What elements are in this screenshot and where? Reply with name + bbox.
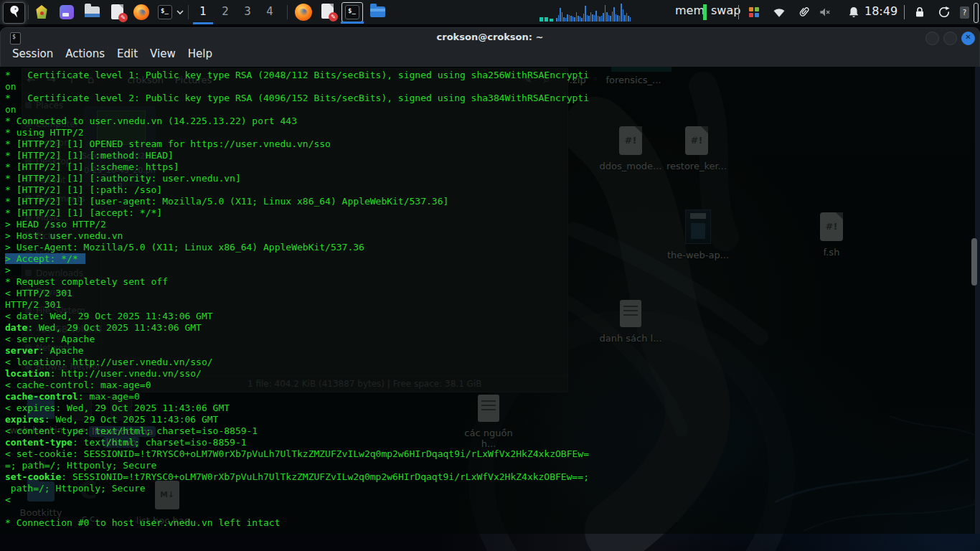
terminal-line: content-type: text/html; charset=iso-885… — [5, 437, 589, 448]
menu-item-help[interactable]: Help — [188, 47, 212, 60]
graph-bar — [621, 4, 622, 22]
graph-bar — [573, 17, 574, 22]
graph-bar — [576, 12, 578, 22]
terminal-line: HTTP/2 301 — [5, 299, 589, 311]
terminal-line: * Connected to user.vnedu.vn (14.225.13.… — [5, 116, 589, 127]
graph-bar — [581, 18, 583, 22]
panel-separator — [287, 5, 288, 19]
graph-bar — [580, 17, 581, 22]
terminal-line: * [HTTP/2] [1] [:method: HEAD] — [5, 150, 589, 161]
app-window-launcher-icon[interactable] — [58, 4, 75, 21]
minimize-button[interactable] — [925, 32, 939, 45]
task-button-terminal[interactable] — [341, 2, 363, 22]
show-desktop-strip[interactable] — [974, 3, 979, 23]
graph-bar — [594, 15, 595, 22]
monitor-cell — [540, 17, 543, 22]
graph-bar — [569, 15, 570, 22]
menu-item-session[interactable]: Session — [12, 47, 53, 60]
terminal-scrollbar-thumb[interactable] — [971, 238, 977, 286]
menu-item-view[interactable]: View — [150, 47, 176, 60]
graph-bar — [605, 5, 606, 22]
workspace-button-4[interactable]: 4 — [258, 0, 281, 24]
graph-bar — [590, 12, 592, 22]
close-button[interactable] — [961, 32, 975, 45]
task-button-file-manager[interactable] — [367, 2, 389, 22]
terminal-line: > Host: user.vnedu.vn — [5, 230, 589, 242]
volume-muted-icon[interactable] — [818, 5, 832, 19]
terminal-content[interactable]: * Certificate level 1: Public key type R… — [0, 67, 980, 534]
swap-label[interactable]: swap — [711, 4, 740, 17]
terminal-line: expires: Wed, 29 Oct 2025 11:43:06 GMT — [5, 414, 589, 425]
task-button-text-editor[interactable] — [318, 2, 339, 22]
menu-item-actions[interactable]: Actions — [65, 47, 105, 60]
graph-bar — [599, 17, 600, 22]
wifi-icon[interactable] — [772, 5, 786, 19]
task-button-firefox[interactable] — [293, 2, 314, 22]
workspace-button-2[interactable]: 2 — [214, 0, 237, 24]
terminal-line: * Request completely sent off — [5, 276, 589, 288]
clock[interactable]: 18:49 — [864, 4, 897, 18]
lock-icon[interactable] — [913, 5, 927, 19]
terminal-line: > Accept: */* — [5, 253, 589, 265]
app-grid-tray-icon[interactable] — [747, 5, 761, 19]
graph-bar — [612, 11, 613, 22]
terminal-line: > — [5, 265, 589, 276]
terminal-line: < content-type: text/html; charset=iso-8… — [5, 425, 589, 437]
terminal-line: cache-control: max-age=0 — [5, 391, 589, 402]
graph-bar — [613, 7, 615, 22]
desktop: 76.zipforensics_...ddos_mode...restore_k… — [0, 0, 980, 551]
graph-bar — [626, 13, 628, 22]
terminal-line: * Connection #0 to host user.vnedu.vn le… — [5, 517, 589, 529]
terminal-line: on — [5, 81, 589, 93]
terminal-launcher-icon[interactable] — [156, 4, 174, 21]
workspace-button-1[interactable]: 1 — [192, 0, 215, 24]
system-monitor-graph[interactable] — [556, 4, 631, 22]
text-editor-launcher-icon[interactable] — [109, 4, 126, 21]
terminal-titlebar[interactable]: crokson@crokson: ~ — [1, 28, 979, 47]
graph-bar — [558, 15, 560, 22]
workspace-button-3[interactable]: 3 — [236, 0, 259, 24]
graph-bar — [603, 13, 604, 22]
terminal-window-chrome: crokson@crokson: ~ SessionActionsEditVie… — [0, 27, 980, 67]
terminal-line: * [HTTP/2] [1] [accept: */*] — [5, 207, 589, 219]
terminal-line: * [HTTP/2] [1] [:authority: user.vnedu.v… — [5, 173, 589, 184]
graph-bar — [630, 17, 631, 22]
terminal-line: > HEAD /sso HTTP/2 — [5, 219, 589, 230]
terminal-line: * [HTTP/2] [1] OPENED stream for https:/… — [5, 138, 589, 150]
terminal-line: * [HTTP/2] [1] [user-agent: Mozilla/5.0 … — [5, 196, 589, 207]
terminal-line: > User-Agent: Mozilla/5.0 (X11; Linux x8… — [5, 242, 589, 253]
window-title: crokson@crokson: ~ — [1, 32, 979, 42]
graph-bar — [583, 14, 585, 22]
kali-menu-button[interactable] — [3, 2, 25, 24]
battery-unknown-icon[interactable]: ? — [960, 6, 969, 19]
maximize-button[interactable] — [943, 32, 957, 45]
cherrytree-launcher-icon[interactable] — [33, 4, 50, 21]
graph-bar — [585, 6, 586, 22]
terminal-line — [5, 506, 589, 517]
menu-item-edit[interactable]: Edit — [117, 47, 138, 60]
terminal-line: < date: Wed, 29 Oct 2025 11:43:06 GMT — [5, 311, 589, 322]
terminal-line: location: http://user.vnedu.vn/sso/ — [5, 368, 589, 380]
terminal-line: < cache-control: max-age=0 — [5, 380, 589, 391]
graph-bar — [601, 16, 603, 22]
terminal-scrollbar-track[interactable] — [975, 67, 980, 534]
terminal-line: * Certificate level 1: Public key type R… — [5, 70, 589, 81]
monitor-cell — [545, 17, 548, 22]
terminal-line: * using HTTP/2 — [5, 127, 589, 138]
graph-bar — [570, 16, 572, 22]
logout-power-icon[interactable] — [937, 5, 951, 19]
graph-bar — [610, 16, 611, 22]
clipboard-paperclip-icon[interactable] — [797, 5, 811, 19]
mem-usage-bar — [703, 4, 707, 20]
graph-bar — [574, 17, 575, 22]
graph-bar — [608, 15, 610, 22]
firefox-launcher-icon[interactable] — [133, 4, 150, 21]
graph-bar — [562, 12, 563, 22]
graph-bar — [587, 15, 588, 22]
notifications-bell-icon[interactable] — [847, 5, 861, 19]
mem-label[interactable]: mem — [675, 4, 705, 17]
file-manager-launcher-icon[interactable] — [84, 4, 101, 21]
terminal-dropdown-chevron-icon[interactable] — [175, 4, 185, 21]
graph-bar — [616, 14, 617, 22]
panel-separator — [738, 5, 739, 19]
